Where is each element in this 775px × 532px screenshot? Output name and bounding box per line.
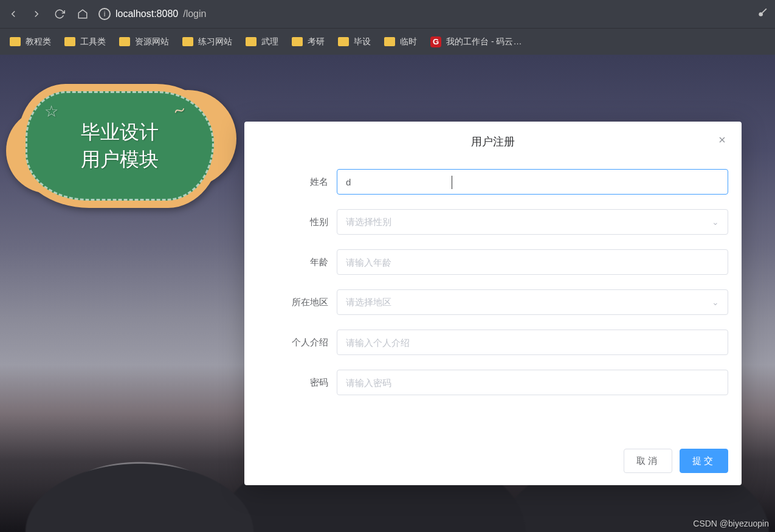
gender-select[interactable]: 请选择性别 ⌄ (337, 209, 728, 235)
bio-label: 个人介绍 (258, 337, 337, 348)
browser-navbar: i localhost:8080/login (0, 0, 775, 28)
modal-header: 用户注册 (244, 122, 742, 162)
region-label: 所在地区 (258, 297, 337, 308)
svg-point-0 (759, 12, 763, 16)
folder-icon (10, 37, 21, 46)
back-button[interactable] (6, 7, 21, 21)
modal-body: 姓名 性别 请选择性别 ⌄ 年龄 所在地区 (244, 162, 742, 437)
folder-icon (64, 37, 75, 46)
badge-line2: 用户模块 (81, 146, 159, 173)
bookmark-item[interactable]: 毕设 (338, 36, 371, 47)
decoration-icon: ～ (168, 96, 190, 123)
home-icon (77, 9, 88, 19)
text-cursor-icon (452, 176, 452, 189)
age-label: 年龄 (258, 257, 337, 268)
form-row-password: 密码 (258, 370, 728, 395)
folder-icon (292, 37, 303, 46)
bio-input[interactable] (346, 330, 719, 354)
page-background: ☆ ～ 毕业设计 用户模块 用户注册 姓名 性别 (0, 55, 775, 532)
form-row-gender: 性别 请选择性别 ⌄ (258, 209, 728, 235)
folder-icon (338, 37, 349, 46)
form-row-bio: 个人介绍 (258, 330, 728, 355)
reload-icon (54, 9, 65, 19)
gender-placeholder: 请选择性别 (346, 216, 712, 228)
cancel-button[interactable]: 取消 (624, 449, 672, 473)
close-button[interactable] (717, 135, 727, 148)
folder-icon (246, 37, 257, 46)
bookmark-item[interactable]: 考研 (292, 36, 325, 47)
bookmark-item[interactable]: 工具类 (64, 36, 106, 47)
url-host: localhost:8080 (115, 9, 178, 19)
badge-line1: 毕业设计 (81, 119, 159, 146)
age-input[interactable] (346, 250, 719, 274)
bookmark-label: 练习网站 (198, 36, 232, 47)
folder-icon (119, 37, 130, 46)
bookmark-label: 临时 (400, 36, 417, 47)
form-row-age: 年龄 (258, 249, 728, 275)
star-icon: ☆ (44, 100, 58, 122)
name-input[interactable] (346, 170, 719, 194)
watermark-text: CSDN @biyezuopin (693, 519, 769, 528)
password-label: 密码 (258, 377, 337, 389)
form-row-region: 所在地区 请选择地区 ⌄ (258, 289, 728, 315)
url-bar[interactable]: i localhost:8080/login (98, 8, 206, 20)
region-placeholder: 请选择地区 (346, 297, 712, 308)
gitee-icon: G (430, 36, 441, 47)
bio-input-wrapper[interactable] (337, 330, 728, 355)
arrow-right-icon (31, 9, 42, 19)
bookmark-item[interactable]: 教程类 (10, 36, 51, 47)
bookmarks-bar: 教程类 工具类 资源网站 练习网站 武理 考研 毕设 临时 G我的工作台 - 码… (0, 28, 775, 55)
close-icon (717, 135, 727, 145)
register-modal: 用户注册 姓名 性别 请选择性别 ⌄ 年龄 (244, 122, 742, 485)
bookmark-label: 毕设 (354, 36, 371, 47)
browser-menu[interactable] (757, 7, 769, 21)
bookmark-item[interactable]: 武理 (246, 36, 278, 47)
region-select[interactable]: 请选择地区 ⌄ (337, 289, 728, 315)
name-label: 姓名 (258, 176, 337, 188)
title-badge: ☆ ～ 毕业设计 用户模块 (13, 79, 226, 213)
form-row-name: 姓名 (258, 169, 728, 195)
age-input-wrapper[interactable] (337, 249, 728, 275)
name-input-wrapper[interactable] (337, 169, 728, 195)
site-info-icon[interactable]: i (98, 8, 111, 20)
forward-button[interactable] (29, 7, 44, 21)
bookmark-item[interactable]: 临时 (384, 36, 417, 47)
bookmark-label: 我的工作台 - 码云… (446, 36, 522, 47)
password-input[interactable] (346, 370, 719, 395)
bookmark-label: 资源网站 (135, 36, 169, 47)
password-input-wrapper[interactable] (337, 370, 728, 395)
key-icon (757, 7, 769, 19)
bookmark-label: 教程类 (26, 36, 51, 47)
bookmark-label: 工具类 (80, 36, 106, 47)
submit-button[interactable]: 提交 (680, 449, 728, 473)
chevron-down-icon: ⌄ (712, 297, 719, 307)
bookmark-label: 考研 (308, 36, 325, 47)
modal-title: 用户注册 (471, 134, 515, 149)
folder-icon (384, 37, 395, 46)
chevron-down-icon: ⌄ (712, 217, 719, 227)
arrow-left-icon (8, 9, 19, 19)
home-button[interactable] (75, 7, 90, 21)
url-path: /login (183, 9, 206, 19)
bookmark-item[interactable]: G我的工作台 - 码云… (430, 36, 522, 47)
bookmark-label: 武理 (261, 36, 278, 47)
folder-icon (182, 37, 193, 46)
bookmark-item[interactable]: 练习网站 (182, 36, 232, 47)
bookmark-item[interactable]: 资源网站 (119, 36, 169, 47)
modal-footer: 取消 提交 (244, 437, 742, 485)
reload-button[interactable] (52, 7, 67, 21)
gender-label: 性别 (258, 216, 337, 228)
